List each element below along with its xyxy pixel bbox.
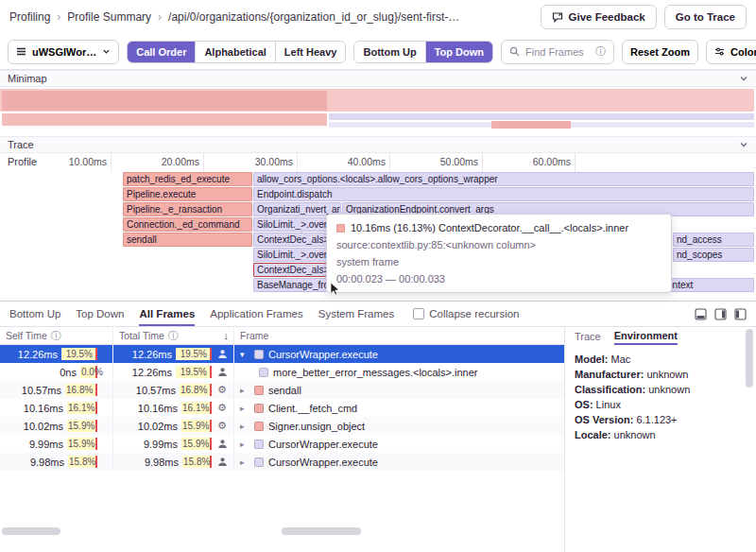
axis-gridline xyxy=(111,153,112,172)
env-horizontal-scrollbar[interactable] xyxy=(2,527,60,535)
direction-segmented-control: Bottom Up Top Down xyxy=(353,41,493,63)
table-row[interactable]: 10.16ms16.1% 10.16ms16.1% ⚙ ▸Client.__fe… xyxy=(0,399,564,417)
layout-dock-right-icon[interactable] xyxy=(714,308,727,320)
flame-frame[interactable]: SiloLimit._>.over xyxy=(253,248,327,262)
tab-environment[interactable]: Environment xyxy=(614,328,678,345)
go-to-trace-button[interactable]: Go to Trace xyxy=(664,5,747,29)
collapse-recursion-checkbox[interactable]: Collapse recursion xyxy=(413,308,519,319)
panel-body: Self Time ⓘ Total Time ⓘ ↓ Frame 12.26ms… xyxy=(0,327,756,552)
minimap-block xyxy=(491,121,571,129)
feedback-icon xyxy=(552,11,563,23)
frame-color-square xyxy=(254,386,264,395)
collapse-chevron-icon[interactable]: ▸ xyxy=(240,422,249,431)
flame-frame[interactable]: nd_access xyxy=(673,233,754,247)
tab-system-frames[interactable]: System Frames xyxy=(318,302,395,325)
flame-frame[interactable]: Pipeline._e_ransaction xyxy=(123,202,252,216)
tab-trace[interactable]: Trace xyxy=(575,329,601,344)
tab-application-frames[interactable]: Application Frames xyxy=(210,302,302,325)
total-time-column-header[interactable]: Total Time xyxy=(119,330,164,341)
environment-panel-tabs: Trace Environment xyxy=(565,327,756,345)
env-field-os: OS: Linux xyxy=(575,397,747,412)
flame-frame[interactable]: allow_cors_options.<locals>.allow_cors_o… xyxy=(253,172,754,186)
color-coding-button[interactable]: Color Coding xyxy=(706,40,756,64)
info-icon[interactable]: ⓘ xyxy=(51,329,61,343)
env-vertical-scrollbar[interactable] xyxy=(746,329,753,388)
direction-bottom-up-button[interactable]: Bottom Up xyxy=(354,42,425,62)
sort-call-order-button[interactable]: Call Order xyxy=(128,42,196,62)
minimap-block xyxy=(329,113,754,120)
tab-bottom-up[interactable]: Bottom Up xyxy=(9,302,60,325)
chevron-down-icon xyxy=(739,74,748,83)
checkbox-box[interactable] xyxy=(413,308,424,319)
table-row[interactable]: 10.57ms16.8% 10.57ms16.8% ⚙ ▸sendall xyxy=(0,381,564,399)
env-field-classification: Classification: unknown xyxy=(575,382,747,397)
flame-frame[interactable]: Endpoint.dispatch xyxy=(253,187,754,201)
frame-color-swatch xyxy=(336,224,345,233)
flame-frame[interactable]: BaseManage_from_c xyxy=(253,278,327,292)
axis-tick: 50.00ms xyxy=(421,156,478,167)
table-horizontal-scrollbar[interactable] xyxy=(282,527,361,535)
collapse-chevron-icon[interactable]: ▸ xyxy=(240,440,249,449)
frame-name: CursorWrapper.execute xyxy=(268,439,378,450)
flame-frame[interactable]: nd_scopes xyxy=(673,248,754,262)
trace-section-header[interactable]: Trace xyxy=(0,136,756,153)
frame-column-header[interactable]: Frame xyxy=(240,330,268,341)
self-time-column-header[interactable]: Self Time xyxy=(6,330,47,341)
info-icon[interactable]: ⓘ xyxy=(168,329,179,343)
breadcrumb-item-profiling[interactable]: Profiling xyxy=(9,10,50,24)
frame-table: Self Time ⓘ Total Time ⓘ ↓ Frame 12.26ms… xyxy=(0,327,565,552)
axis-gridline xyxy=(203,153,204,172)
frame-color-square xyxy=(254,350,264,359)
table-row[interactable]: 9.99ms15.9% 9.99ms15.9% ▸CursorWrapper.e… xyxy=(0,435,564,453)
tooltip-frame-kind: system frame xyxy=(336,256,662,267)
flame-frame[interactable]: SiloLimit._>.over xyxy=(253,217,327,232)
search-input[interactable] xyxy=(525,46,590,58)
sort-alphabetical-button[interactable]: Alphabetical xyxy=(196,42,275,62)
user-icon xyxy=(215,349,229,359)
profiling-flamegraph-page: Profiling Profile Summary /api/0/organiz… xyxy=(0,0,756,552)
thread-selector[interactable]: uWSGIWor… xyxy=(8,40,119,64)
tooltip-time-range: 00:00.023 — 00:00.033 xyxy=(336,273,662,285)
expand-chevron-icon[interactable]: ▾ xyxy=(240,350,249,359)
layout-dock-left-icon[interactable] xyxy=(734,308,747,320)
collapse-chevron-icon[interactable]: ▸ xyxy=(240,404,249,413)
gear-icon: ⚙ xyxy=(215,385,229,395)
axis-gridline xyxy=(297,153,298,172)
tab-all-frames[interactable]: All Frames xyxy=(139,302,195,325)
sort-desc-icon[interactable]: ↓ xyxy=(224,330,230,341)
find-frames-search[interactable]: ⓘ xyxy=(501,40,614,64)
breadcrumb-item-profile-summary[interactable]: Profile Summary xyxy=(50,10,151,24)
frame-color-square xyxy=(254,422,264,431)
color-coding-icon xyxy=(714,46,725,57)
env-field-os-version: OS Version: 6.1.123+ xyxy=(575,412,747,427)
flame-frame-hovered[interactable]: ContextDec_als>.i xyxy=(253,263,327,277)
give-feedback-button[interactable]: Give Feedback xyxy=(541,5,657,29)
gear-icon: ⚙ xyxy=(215,403,229,413)
gear-icon: ⚙ xyxy=(215,421,229,431)
direction-top-down-button[interactable]: Top Down xyxy=(426,42,492,62)
flame-frame[interactable]: ContextDec_als>.i xyxy=(253,233,327,247)
layout-dock-bottom-icon[interactable] xyxy=(695,308,707,320)
search-info-icon[interactable]: ⓘ xyxy=(595,44,606,59)
collapse-chevron-icon[interactable]: ▸ xyxy=(240,457,249,467)
axis-tick: 30.00ms xyxy=(236,156,293,167)
collapse-chevron-icon[interactable]: ▸ xyxy=(240,386,249,395)
trace-label: Trace xyxy=(8,139,34,150)
minimap-section-header[interactable]: Minimap xyxy=(0,70,756,87)
env-field-locale: Locale: unknown xyxy=(575,427,747,442)
flame-frame[interactable]: Connection._ed_command xyxy=(123,217,252,232)
chevron-down-icon xyxy=(102,47,111,56)
flame-frame[interactable]: Pipeline.execute xyxy=(123,187,252,201)
table-row[interactable]: 9.98ms15.8% 9.98ms15.8% ▸CursorWrapper.e… xyxy=(0,453,564,471)
frame-color-square xyxy=(254,457,264,467)
table-row[interactable]: 12.26ms19.5% 12.26ms19.5% ▾CursorWrapper… xyxy=(0,345,564,363)
sort-left-heavy-button[interactable]: Left Heavy xyxy=(276,42,346,62)
flame-frame[interactable]: sendall xyxy=(123,233,252,247)
user-icon xyxy=(215,439,229,449)
minimap-canvas[interactable] xyxy=(0,87,756,136)
flame-frame[interactable]: patch_redis_ed_execute xyxy=(123,172,252,186)
table-row[interactable]: 10.02ms15.9% 10.02ms15.9% ⚙ ▸Signer.unsi… xyxy=(0,417,564,435)
table-row[interactable]: 0ns0.0% 12.26ms19.5% more_better_error_m… xyxy=(0,363,564,381)
tab-top-down[interactable]: Top Down xyxy=(76,302,124,325)
reset-zoom-button[interactable]: Reset Zoom xyxy=(622,40,698,64)
